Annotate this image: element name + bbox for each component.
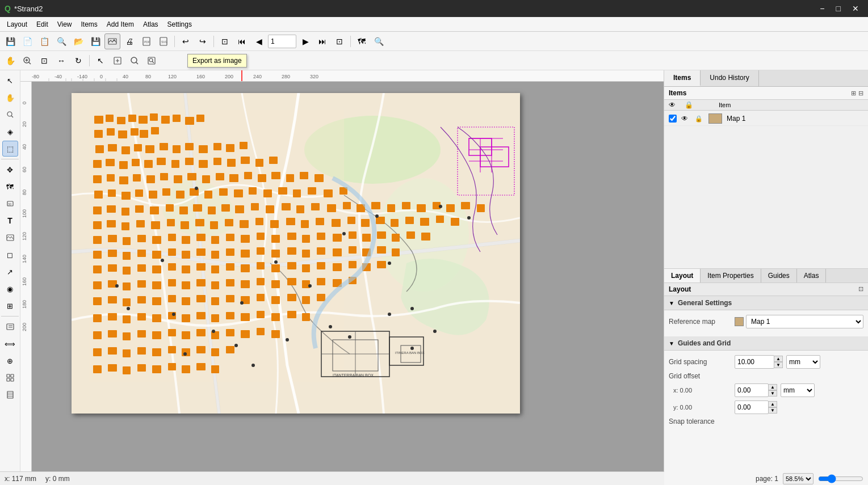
general-settings-header[interactable]: ▼ General Settings (664, 296, 868, 310)
grid-spacing-up[interactable]: ▲ (774, 356, 783, 362)
map-canvas[interactable]: ITANTERRA BAN BOX ITINERA BAN BOX (32, 82, 664, 471)
pan-tool-lbutton[interactable]: ✋ (2, 90, 18, 106)
select-tool-button[interactable]: ↖ (2, 73, 18, 88)
svg-rect-314 (137, 330, 146, 338)
menu-edit[interactable]: Edit (32, 19, 53, 29)
table-row[interactable]: 👁 🔒 Map 1 (664, 112, 868, 126)
svg-rect-293 (287, 294, 296, 301)
atlas-lbutton[interactable] (2, 387, 18, 403)
layout-expand-button[interactable]: ⊡ (858, 285, 863, 293)
menu-atlas[interactable]: Atlas (139, 19, 163, 29)
redo-button[interactable]: ↪ (195, 33, 211, 49)
zoom-slider[interactable] (818, 474, 863, 483)
export-image-button[interactable] (104, 33, 120, 49)
zoom-in-button[interactable] (19, 53, 35, 69)
svg-rect-109 (255, 159, 263, 167)
svg-rect-166 (387, 204, 395, 212)
tab-undo-history[interactable]: Undo History (701, 70, 758, 86)
menu-layout[interactable]: Layout (2, 19, 32, 29)
tab-item-properties[interactable]: Item Properties (701, 269, 761, 282)
add-legend-button[interactable] (2, 319, 18, 335)
grid-offset-x-up[interactable]: ▲ (768, 384, 777, 390)
move-item-lbutton[interactable]: ✥ (2, 162, 18, 178)
close-button[interactable]: ✕ (848, 3, 863, 14)
items-expand-button[interactable]: ⊞ (851, 90, 856, 97)
next-section-button[interactable]: ⊡ (332, 33, 347, 49)
svg-rect-342 (211, 365, 219, 373)
save2-button[interactable]: 💾 (87, 33, 103, 49)
tab-layout[interactable]: Layout (664, 269, 701, 282)
zoom-tool-button[interactable] (2, 107, 18, 123)
grid-offset-y-down[interactable]: ▼ (768, 407, 777, 414)
zoom-select[interactable]: 58.5% 25% 50% 75% 100% 150% 200% (783, 473, 814, 484)
add-shape-button[interactable]: ◻ (2, 247, 18, 263)
grid-spacing-unit-select[interactable]: mm cm in (786, 355, 820, 369)
open-templates-button[interactable]: 📋 (36, 33, 52, 49)
grid-offset-y-input[interactable] (735, 400, 769, 414)
page-number-input[interactable] (268, 35, 296, 48)
print-button[interactable]: 🖨 (121, 33, 137, 49)
next-page-button[interactable]: ▶ (297, 33, 313, 49)
item-visibility-checkbox[interactable] (669, 115, 677, 123)
add-node-button[interactable]: ◉ (2, 281, 18, 297)
refresh-button[interactable]: ↻ (70, 53, 86, 69)
add-north-button[interactable]: ⊕ (2, 353, 18, 369)
add-map-button[interactable]: 🗺 (2, 179, 18, 195)
last-page-button[interactable]: ⏭ (315, 33, 330, 49)
menu-view[interactable]: View (53, 19, 77, 29)
zoom-page-button[interactable] (144, 53, 160, 69)
grid-offset-unit-select[interactable]: mm cm in (781, 383, 815, 397)
group-button[interactable] (2, 370, 18, 386)
grid-offset-y-up[interactable]: ▲ (768, 401, 777, 407)
menu-settings[interactable]: Settings (163, 19, 196, 29)
zoom-layout-button[interactable]: 🔍 (371, 33, 387, 49)
undo-button[interactable]: ↩ (178, 33, 194, 49)
tab-atlas[interactable]: Atlas (797, 269, 827, 282)
maximize-button[interactable]: □ (832, 3, 845, 14)
grid-offset-x-down[interactable]: ▼ (768, 390, 777, 397)
edit-nodes-button[interactable]: ◈ (2, 124, 18, 140)
grid-spacing-down[interactable]: ▼ (774, 362, 783, 368)
zoom-full-button[interactable]: ⊡ (36, 53, 52, 69)
add-3d-map-button[interactable]: 3D (2, 196, 18, 212)
first-page-button[interactable]: ⏮ (234, 33, 250, 49)
menu-items[interactable]: Items (77, 19, 102, 29)
prev-page-button[interactable]: ◀ (251, 33, 267, 49)
tab-items[interactable]: Items (664, 70, 701, 86)
add-label-button[interactable]: T (2, 213, 18, 229)
svg-rect-274 (271, 280, 280, 288)
export-pdf-button[interactable]: PDF (139, 33, 154, 49)
atlas-button[interactable]: 🗺 (354, 33, 370, 49)
svg-text:0: 0 (22, 102, 27, 104)
zoom-canvas-button[interactable] (127, 53, 142, 69)
zoom-width-button[interactable]: ↔ (53, 53, 69, 69)
duplicate-button[interactable]: 🔍 (53, 33, 69, 49)
add-scalebar-button[interactable]: ⟺ (2, 336, 18, 352)
new-button[interactable]: 📄 (19, 33, 35, 49)
svg-text:ITANTERRA BAN BOX: ITANTERRA BAN BOX (333, 373, 374, 377)
open-button[interactable]: 📂 (70, 33, 86, 49)
tab-guides[interactable]: Guides (761, 269, 797, 282)
guides-grid-header[interactable]: ▼ Guides and Grid (664, 336, 868, 351)
grid-offset-x-input[interactable] (735, 383, 769, 397)
prev-section-button[interactable]: ⊡ (217, 33, 233, 49)
select-button[interactable]: ↖ (93, 53, 108, 69)
eye-icon[interactable]: 👁 (681, 115, 690, 123)
reference-map-select[interactable]: Map 1 (746, 315, 863, 328)
grid-spacing-input[interactable] (735, 355, 774, 369)
pan-tool-button[interactable]: ✋ (2, 53, 18, 69)
svg-rect-118 (187, 173, 196, 180)
svg-rect-165 (371, 202, 380, 209)
menu-add-item[interactable]: Add Item (102, 19, 139, 29)
move-content-button[interactable] (110, 53, 125, 69)
add-arrow-button[interactable]: ↗ (2, 264, 18, 280)
export-svg-button[interactable]: SVG (156, 33, 171, 49)
svg-rect-160 (296, 205, 304, 213)
minimize-button[interactable]: − (815, 3, 829, 14)
add-image-button[interactable] (2, 230, 18, 246)
add-html-button[interactable]: ⊞ (2, 298, 18, 314)
save-button[interactable]: 💾 (2, 33, 18, 49)
lock-icon[interactable]: 🔒 (695, 115, 704, 123)
items-collapse-button[interactable]: ⊟ (858, 90, 863, 97)
select-area-button[interactable]: ⬚ (2, 141, 18, 157)
